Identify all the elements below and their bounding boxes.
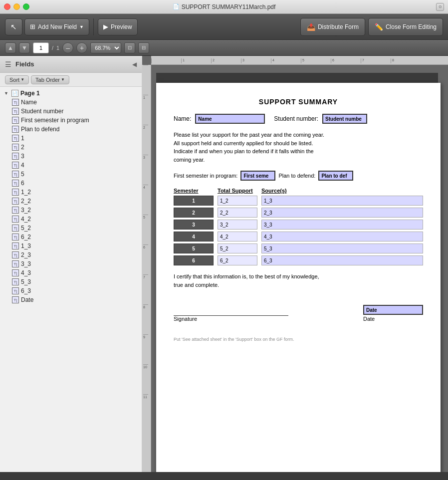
field-type-icon: T| [12, 251, 19, 258]
pdf-page: SUPPORT SUMMARY Name: Name Student numbe… [156, 83, 441, 472]
field-item-3-2[interactable]: T| 3_2 [0, 206, 142, 215]
toolbar-separator [93, 18, 94, 35]
field-item-2-3[interactable]: T| 2_3 [0, 250, 142, 259]
ruler-tick-v-5: 5 [143, 215, 148, 219]
semester-cell-2[interactable]: 2 [174, 208, 214, 218]
close-dot[interactable] [4, 3, 10, 10]
field-item-3[interactable]: T| 3 [0, 152, 142, 161]
field-type-icon: T| [12, 171, 19, 178]
page1-item[interactable]: ▼ 📄 Page 1 [0, 89, 142, 98]
add-field-button[interactable]: ⊞ Add New Field ▼ [24, 18, 89, 35]
dropdown-arrow-icon: ▼ [79, 24, 84, 29]
fit-width-button[interactable]: ⊟ [138, 42, 149, 53]
total-cell-3-2[interactable]: 3_2 [218, 220, 257, 230]
tab-order-button[interactable]: Tab Order ▼ [31, 75, 69, 84]
sort-button[interactable]: Sort ▼ [5, 75, 29, 84]
field-item-first-semester[interactable]: T| First semester in program [0, 116, 142, 125]
sidebar-collapse-button[interactable]: ◀ [132, 61, 137, 68]
field-item-4[interactable]: T| 4 [0, 161, 142, 170]
semester-cell-4[interactable]: 4 [174, 232, 214, 241]
col-header-semester: Semester [174, 188, 214, 194]
total-cell-4-2[interactable]: 4_2 [218, 232, 257, 241]
source-cell-6-3[interactable]: 6_3 [261, 255, 423, 265]
fit-page-button[interactable]: ⊡ [124, 42, 135, 53]
signature-section: Signature [174, 304, 288, 322]
next-page-button[interactable]: ▼ [19, 42, 30, 53]
minimize-dot[interactable] [13, 3, 20, 10]
first-semester-form-field[interactable]: First seme [240, 171, 275, 181]
close-form-editing-button[interactable]: ✏️ Close Form Editing [368, 18, 443, 36]
field-item-2[interactable]: T| 2 [0, 143, 142, 152]
ruler-tick-3: 3 [241, 58, 244, 63]
date-form-field[interactable]: Date [363, 305, 423, 315]
field-item-student-number[interactable]: T| Student number [0, 107, 142, 116]
semester-cell-3[interactable]: 3 [174, 220, 214, 230]
source-cell-1-3[interactable]: 1_3 [261, 196, 423, 206]
field-item-6[interactable]: T| 6 [0, 179, 142, 188]
semester-cell-6[interactable]: 6 [174, 255, 214, 265]
horizontal-ruler: 1 2 3 4 5 6 7 8 [151, 56, 448, 65]
pdf-scroll-container[interactable]: SUPPORT SUMMARY Name: Name Student numbe… [151, 65, 448, 472]
titlebar: 📄 SUPPORT SUMMARY11March.pdf ⊙ [0, 0, 448, 14]
field-type-icon: T| [12, 180, 19, 187]
field-item-4-3[interactable]: T| 4_3 [0, 268, 142, 277]
field-item-date[interactable]: T| Date [0, 295, 142, 304]
student-number-form-field[interactable]: Student numbe [322, 114, 367, 124]
prev-page-button[interactable]: ▲ [5, 42, 16, 53]
plan-to-defend-form-field[interactable]: Plan to def [318, 171, 353, 181]
expand-arrow-icon: ▼ [4, 91, 8, 96]
field-item-3-3[interactable]: T| 3_3 [0, 259, 142, 268]
field-item-6-2[interactable]: T| 6_2 [0, 233, 142, 241]
field-item-5-2[interactable]: T| 5_2 [0, 224, 142, 233]
info-paragraph: Please list your support for the past ye… [174, 131, 423, 164]
table-header: Semester Total Support Source(s) [174, 188, 423, 194]
table-row: 6 6_2 6_3 [174, 255, 423, 265]
maximize-dot[interactable] [23, 3, 29, 10]
ruler-tick-v-1: 1 [143, 95, 148, 99]
zoom-select[interactable]: 68.7% 50% 75% 100% [90, 42, 121, 53]
preview-button[interactable]: ▶ Preview [98, 18, 138, 35]
name-student-row: Name: Name Student number: Student numbe [174, 114, 423, 124]
field-item-5[interactable]: T| 5 [0, 170, 142, 179]
certify-paragraph: I certify that this information is, to t… [174, 272, 423, 289]
zoom-in-button[interactable]: + [76, 42, 87, 53]
ruler-tick-v-4: 4 [143, 185, 148, 189]
pdf-content-row: 1 2 3 4 5 6 7 8 9 10 11 SUPPORT SUMMARY [142, 65, 448, 472]
page-number-input[interactable]: 1 [33, 42, 49, 53]
semester-cell-1[interactable]: 1 [174, 196, 214, 206]
field-item-name[interactable]: T| Name [0, 98, 142, 107]
field-item-1[interactable]: T| 1 [0, 134, 142, 143]
window-controls [4, 3, 29, 10]
toolbar-right-actions: 📤 Distribute Form ✏️ Close Form Editing [300, 18, 443, 36]
select-tool-button[interactable]: ↖ [5, 18, 22, 35]
field-type-icon: T| [12, 287, 19, 294]
source-cell-5-3[interactable]: 5_3 [261, 243, 423, 253]
total-cell-2-2[interactable]: 2_2 [218, 208, 257, 218]
source-cell-3-3[interactable]: 3_3 [261, 220, 423, 230]
plan-to-defend-label: Plan to defend: [278, 173, 315, 179]
ruler-tick-v-9: 9 [143, 334, 148, 339]
field-type-icon: T| [12, 207, 19, 214]
pdf-viewer-area: 1 2 3 4 5 6 7 8 1 2 3 4 5 6 7 8 9 10 [142, 56, 448, 472]
semester-cell-5[interactable]: 5 [174, 243, 214, 253]
source-cell-4-3[interactable]: 4_3 [261, 232, 423, 241]
sidebar-toolbar: Sort ▼ Tab Order ▼ [0, 73, 142, 87]
field-item-plan-to-defend[interactable]: T| Plan to defend [0, 125, 142, 134]
distribute-form-button[interactable]: 📤 Distribute Form [300, 18, 365, 36]
ruler-tick-v-7: 7 [143, 274, 148, 279]
zoom-out-button[interactable]: – [62, 42, 73, 53]
field-item-6-3[interactable]: T| 6_3 [0, 286, 142, 295]
signature-label: Signature [174, 316, 288, 322]
field-item-1-2[interactable]: T| 1_2 [0, 188, 142, 197]
field-item-5-3[interactable]: T| 5_3 [0, 277, 142, 286]
name-form-field[interactable]: Name [195, 114, 265, 124]
field-item-1-3[interactable]: T| 1_3 [0, 241, 142, 250]
total-cell-5-2[interactable]: 5_2 [218, 243, 257, 253]
ruler-tick-7: 7 [361, 58, 364, 63]
field-item-4-2[interactable]: T| 4_2 [0, 215, 142, 224]
total-cell-1-2[interactable]: 1_2 [218, 196, 257, 206]
ruler-tick-v-8: 8 [143, 304, 148, 309]
total-cell-6-2[interactable]: 6_2 [218, 255, 257, 265]
field-item-2-2[interactable]: T| 2_2 [0, 197, 142, 206]
source-cell-2-3[interactable]: 2_3 [261, 208, 423, 218]
